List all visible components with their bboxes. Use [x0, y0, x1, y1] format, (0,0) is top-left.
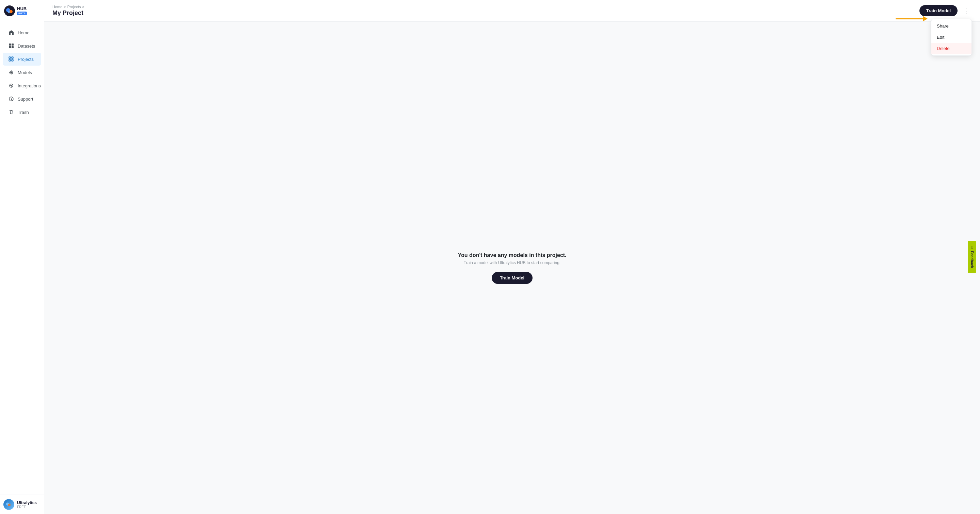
- sidebar-item-integrations-label: Integrations: [18, 83, 41, 88]
- empty-state-description: Train a model with Ultralytics HUB to st…: [458, 260, 566, 265]
- models-icon: [8, 69, 14, 76]
- header-actions: Train Model ⋮ Share Edit Delete: [920, 5, 972, 16]
- user-name: Ultralytics: [17, 500, 40, 505]
- dropdown-delete[interactable]: Delete: [931, 43, 972, 54]
- main-nav: Home Datasets Projects Models Integratio…: [0, 23, 44, 495]
- arrow-annotation: [896, 16, 928, 21]
- svg-point-3: [8, 11, 10, 13]
- projects-icon: [8, 56, 14, 62]
- avatar: [3, 499, 14, 510]
- svg-point-24: [8, 504, 11, 506]
- page-header: Home > Projects > My Project Train Model…: [44, 0, 980, 22]
- more-dots-icon: ⋮: [963, 7, 969, 14]
- user-info: Ultralytics FREE: [17, 500, 40, 509]
- sidebar: HUB BETA Home Datasets Projects: [0, 0, 44, 514]
- train-model-cta-button[interactable]: Train Model: [492, 272, 533, 284]
- sidebar-item-datasets-label: Datasets: [18, 43, 35, 49]
- logo-hub-label: HUB: [17, 6, 27, 11]
- svg-rect-4: [9, 43, 11, 46]
- empty-state-title: You don't have any models in this projec…: [458, 252, 566, 259]
- breadcrumb-path: Home > Projects >: [52, 5, 84, 9]
- sidebar-item-support-label: Support: [18, 97, 33, 102]
- logo-text: HUB BETA: [17, 6, 27, 15]
- sidebar-item-trash[interactable]: Trash: [3, 106, 41, 119]
- logo[interactable]: HUB BETA: [0, 0, 44, 23]
- sidebar-item-trash-label: Trash: [18, 110, 29, 115]
- page-title: My Project: [52, 10, 84, 17]
- sidebar-item-models[interactable]: Models: [3, 66, 41, 79]
- sidebar-item-home[interactable]: Home: [3, 26, 41, 39]
- dropdown-menu: Share Edit Delete: [931, 19, 972, 56]
- svg-rect-6: [9, 46, 11, 48]
- dropdown-edit[interactable]: Edit: [931, 32, 972, 43]
- sidebar-item-projects[interactable]: Projects: [3, 53, 41, 66]
- breadcrumb-home[interactable]: Home: [52, 5, 62, 9]
- sidebar-item-models-label: Models: [18, 70, 32, 75]
- train-model-button[interactable]: Train Model: [920, 5, 958, 16]
- sidebar-item-projects-label: Projects: [18, 57, 34, 62]
- svg-line-17: [10, 71, 11, 72]
- sidebar-item-integrations[interactable]: Integrations: [3, 79, 41, 92]
- svg-point-12: [11, 72, 12, 73]
- sidebar-item-home-label: Home: [18, 30, 30, 35]
- feedback-tab[interactable]: ☺ Feedback: [968, 241, 976, 273]
- svg-line-18: [12, 73, 13, 74]
- datasets-icon: [8, 43, 14, 49]
- breadcrumb-projects[interactable]: Projects: [67, 5, 81, 9]
- svg-rect-5: [11, 43, 14, 46]
- ultralytics-logo-icon: [4, 5, 15, 16]
- breadcrumb-sep-1: >: [64, 5, 66, 9]
- feedback-smiley-icon: ☺: [970, 246, 974, 249]
- empty-state: You don't have any models in this projec…: [458, 252, 566, 284]
- breadcrumb-sep-2: >: [82, 5, 84, 9]
- svg-point-22: [11, 100, 11, 101]
- breadcrumb: Home > Projects > My Project: [52, 5, 84, 17]
- sidebar-item-datasets[interactable]: Datasets: [3, 40, 41, 52]
- svg-line-20: [10, 73, 11, 74]
- sidebar-footer: Ultralytics FREE: [0, 495, 44, 514]
- integrations-icon: [8, 82, 14, 89]
- content-area: You don't have any models in this projec…: [44, 22, 980, 514]
- logo-beta-badge: BETA: [17, 11, 27, 15]
- support-icon: [8, 96, 14, 102]
- svg-rect-7: [11, 46, 14, 48]
- svg-line-19: [12, 71, 13, 72]
- home-icon: [8, 30, 14, 36]
- arrow-line: [896, 18, 923, 19]
- main-content: Home > Projects > My Project Train Model…: [44, 0, 980, 514]
- dropdown-share[interactable]: Share: [931, 21, 972, 32]
- user-plan: FREE: [17, 505, 40, 509]
- arrow-head: [923, 16, 928, 21]
- more-options-button[interactable]: ⋮: [960, 6, 972, 16]
- feedback-label: Feedback: [970, 251, 974, 268]
- sidebar-item-support[interactable]: Support: [3, 92, 41, 105]
- trash-icon: [8, 109, 14, 115]
